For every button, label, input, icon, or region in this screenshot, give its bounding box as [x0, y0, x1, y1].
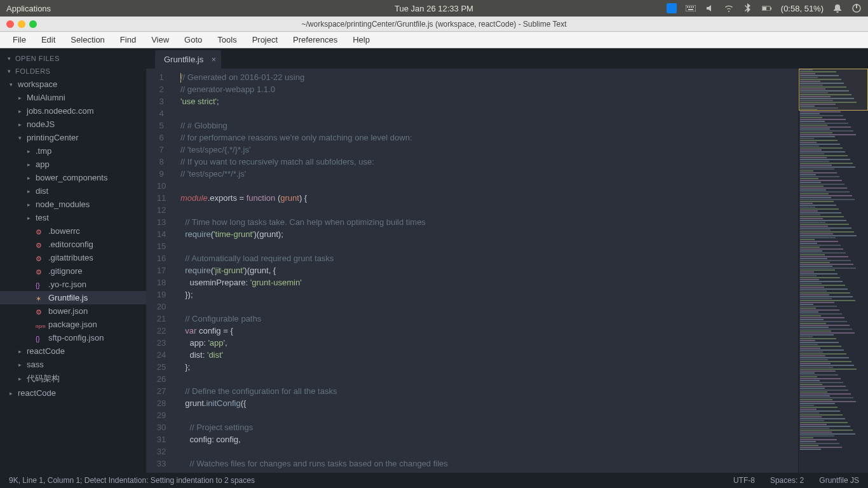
tree-label: .tmp — [36, 146, 51, 156]
editor: Gruntfile.js × 1234567891011121314151617… — [146, 48, 868, 473]
menu-help[interactable]: Help — [345, 32, 377, 47]
disclosure-icon[interactable]: ▸ — [17, 376, 23, 382]
tree-label: sftp-config.json — [48, 333, 104, 342]
keyboard-icon[interactable] — [686, 3, 696, 13]
minimap-viewport[interactable] — [799, 69, 868, 111]
disclosure-icon[interactable]: ▸ — [8, 390, 14, 396]
file--gitattributes[interactable]: .gitattributes — [0, 251, 146, 264]
file-sftp-config-json[interactable]: sftp-config.json — [0, 331, 146, 344]
folder-workspace[interactable]: ▾workspace — [0, 78, 146, 91]
close-window-button[interactable] — [6, 20, 14, 28]
code-area[interactable]: // Generated on 2016-01-22 using// gener… — [177, 69, 798, 473]
tab-close-icon[interactable]: × — [212, 55, 217, 64]
folder-nodejs[interactable]: ▸nodeJS — [0, 118, 146, 131]
tab-label: Gruntfile.js — [164, 55, 203, 64]
disclosure-icon[interactable]: ▸ — [25, 201, 32, 208]
menu-view[interactable]: View — [144, 32, 177, 47]
menu-tools[interactable]: Tools — [210, 32, 244, 47]
file-bower-json[interactable]: bower.json — [0, 304, 146, 318]
file--editorconfig[interactable]: .editorconfig — [0, 238, 146, 251]
window-titlebar[interactable]: ~/workspace/printingCenter/Gruntfile.js … — [0, 17, 868, 32]
disclosure-icon[interactable]: ▸ — [25, 215, 32, 221]
clock[interactable]: Tue Jan 26 12:33 PM — [395, 4, 473, 13]
folders-header[interactable]: ▾FOLDERS — [0, 65, 146, 78]
status-syntax[interactable]: Gruntfile JS — [819, 476, 859, 485]
disclosure-icon[interactable]: ▸ — [17, 108, 23, 114]
disclosure-icon[interactable]: ▸ — [17, 121, 23, 128]
battery-icon[interactable] — [762, 3, 772, 13]
folder-node-modules[interactable]: ▸node_modules — [0, 198, 146, 211]
disclosure-icon[interactable]: ▸ — [17, 362, 23, 368]
file-package-json[interactable]: package.json — [0, 318, 146, 331]
tree-label: bower_components — [36, 173, 107, 182]
disclosure-icon[interactable]: ▸ — [25, 161, 32, 168]
menu-find[interactable]: Find — [112, 32, 144, 47]
svg-rect-10 — [856, 4, 857, 8]
system-topbar: Applications Tue Jan 26 12:33 PM (0:58, … — [0, 0, 868, 17]
folder-reactcode[interactable]: ▸reactCode — [0, 386, 146, 400]
disclosure-icon[interactable]: ▸ — [17, 95, 23, 101]
wifi-icon[interactable] — [724, 3, 734, 13]
folder--tmp[interactable]: ▸.tmp — [0, 144, 146, 158]
tree-label: reactCode — [18, 388, 56, 398]
folder-app[interactable]: ▸app — [0, 158, 146, 171]
folder-printingcenter[interactable]: ▾printingCenter — [0, 131, 146, 144]
volume-icon[interactable] — [705, 3, 715, 13]
status-left: 9K, Line 1, Column 1; Detect Indentation… — [9, 476, 255, 485]
disclosure-icon[interactable]: ▸ — [25, 188, 32, 194]
svg-rect-7 — [770, 7, 771, 10]
bluetooth-icon[interactable] — [743, 3, 753, 13]
maximize-window-button[interactable] — [29, 20, 37, 28]
disclosure-icon[interactable]: ▸ — [25, 175, 32, 181]
tree-label: package.json — [48, 320, 97, 329]
config-icon — [36, 240, 44, 249]
file--bowerrc[interactable]: .bowerrc — [0, 224, 146, 238]
folder-reactcode[interactable]: ▸reactCode — [0, 344, 146, 358]
tree-label: nodeJS — [27, 119, 55, 129]
file--yo-rc-json[interactable]: .yo-rc.json — [0, 278, 146, 291]
status-encoding[interactable]: UTF-8 — [733, 476, 755, 485]
menu-goto[interactable]: Goto — [177, 32, 210, 47]
svg-rect-1 — [687, 6, 688, 8]
menu-preferences[interactable]: Preferences — [285, 32, 345, 47]
tab-bar: Gruntfile.js × — [146, 48, 868, 69]
folder-test[interactable]: ▸test — [0, 211, 146, 224]
config-icon — [36, 227, 44, 236]
folder-dist[interactable]: ▸dist — [0, 184, 146, 198]
tree-label: 代码架构 — [27, 373, 60, 384]
menu-edit[interactable]: Edit — [34, 32, 63, 47]
applications-menu[interactable]: Applications — [6, 4, 51, 13]
tab-gruntfile[interactable]: Gruntfile.js × — [155, 50, 221, 69]
folder-bower-components[interactable]: ▸bower_components — [0, 171, 146, 184]
power-icon[interactable] — [851, 3, 862, 13]
disclosure-icon[interactable]: ▸ — [25, 148, 32, 154]
js-icon — [36, 294, 44, 302]
tree-label: MuiAlumni — [27, 93, 65, 102]
tree-label: app — [36, 159, 50, 169]
menu-selection[interactable]: Selection — [63, 32, 112, 47]
minimize-window-button[interactable] — [18, 20, 25, 28]
tree-label: reactCode — [27, 346, 65, 356]
disclosure-icon[interactable]: ▾ — [8, 81, 14, 88]
file-gruntfile-js[interactable]: Gruntfile.js — [0, 291, 146, 304]
open-files-header[interactable]: ▾OPEN FILES — [0, 52, 146, 65]
statusbar: 9K, Line 1, Column 1; Detect Indentation… — [0, 473, 868, 488]
folder-sass[interactable]: ▸sass — [0, 358, 146, 371]
folder-----[interactable]: ▸代码架构 — [0, 371, 146, 386]
tree-label: bower.json — [48, 306, 88, 316]
menu-file[interactable]: File — [5, 32, 34, 47]
folder-jobs-nodeedc-com[interactable]: ▸jobs.nodeedc.com — [0, 104, 146, 118]
notification-icon[interactable] — [832, 3, 843, 13]
file--gitignore[interactable]: .gitignore — [0, 264, 146, 278]
app-indicator-icon[interactable] — [667, 3, 677, 13]
minimap[interactable] — [798, 69, 868, 473]
svg-rect-3 — [691, 6, 692, 8]
tree-label: .editorconfig — [48, 240, 93, 249]
folder-muialumni[interactable]: ▸MuiAlumni — [0, 91, 146, 104]
menu-project[interactable]: Project — [245, 32, 285, 47]
tree-label: jobs.nodeedc.com — [27, 106, 94, 116]
disclosure-icon[interactable]: ▸ — [17, 348, 23, 355]
tree-label: node_modules — [36, 200, 90, 209]
status-indentation[interactable]: Spaces: 2 — [770, 476, 804, 485]
disclosure-icon[interactable]: ▾ — [17, 135, 23, 141]
